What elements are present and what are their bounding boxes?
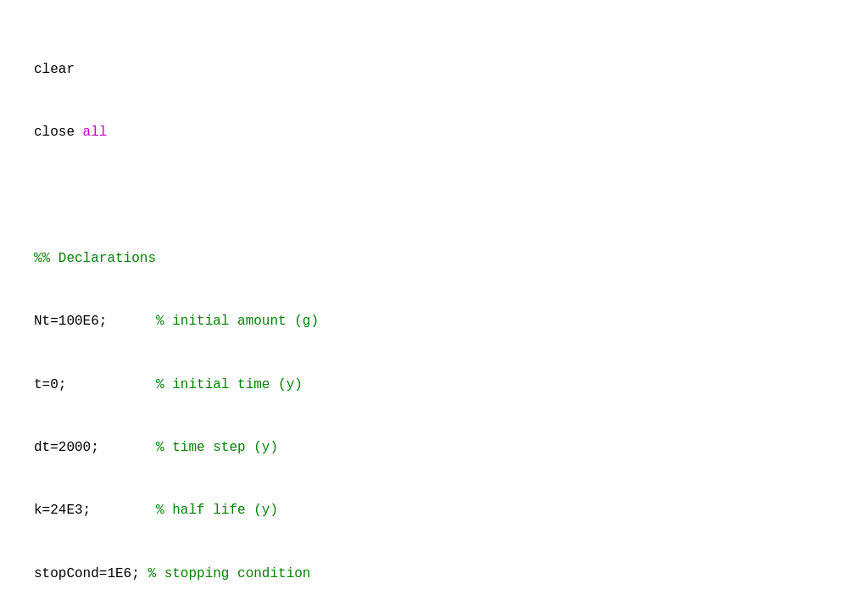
line-blank1 bbox=[34, 185, 834, 206]
code-text: k=24E3; bbox=[34, 503, 156, 518]
code-text: close bbox=[34, 125, 83, 140]
line-nt: Nt=100E6; % initial amount (g) bbox=[34, 311, 834, 332]
code-text: stopCond=1E6; bbox=[34, 566, 147, 581]
line-decl-comment: %% Declarations bbox=[34, 248, 834, 270]
line-stopcond: stopCond=1E6; % stopping condition bbox=[34, 564, 834, 585]
comment-dt: % time step (y) bbox=[156, 440, 278, 455]
comment-nt: % initial amount (g) bbox=[156, 314, 319, 329]
line-close: close all bbox=[34, 122, 834, 143]
line-dt: dt=2000; % time step (y) bbox=[34, 437, 834, 459]
line-k: k=24E3; % half life (y) bbox=[34, 500, 834, 521]
code-text: t=0; bbox=[34, 377, 156, 392]
keyword-all: all bbox=[83, 125, 108, 140]
comment-t: % initial time (y) bbox=[156, 377, 303, 392]
comment-stopcond: % stopping condition bbox=[147, 566, 310, 581]
code-text: dt=2000; bbox=[34, 440, 156, 455]
comment-k: % half life (y) bbox=[156, 503, 278, 518]
section-declarations: %% Declarations bbox=[34, 251, 156, 266]
line-clear: clear bbox=[34, 59, 834, 81]
code-text: Nt=100E6; bbox=[34, 314, 156, 329]
line-t: t=0; % initial time (y) bbox=[34, 375, 834, 396]
code-text: clear bbox=[34, 62, 75, 77]
code-editor: clear close all %% Declarations Nt=100E6… bbox=[34, 17, 834, 595]
